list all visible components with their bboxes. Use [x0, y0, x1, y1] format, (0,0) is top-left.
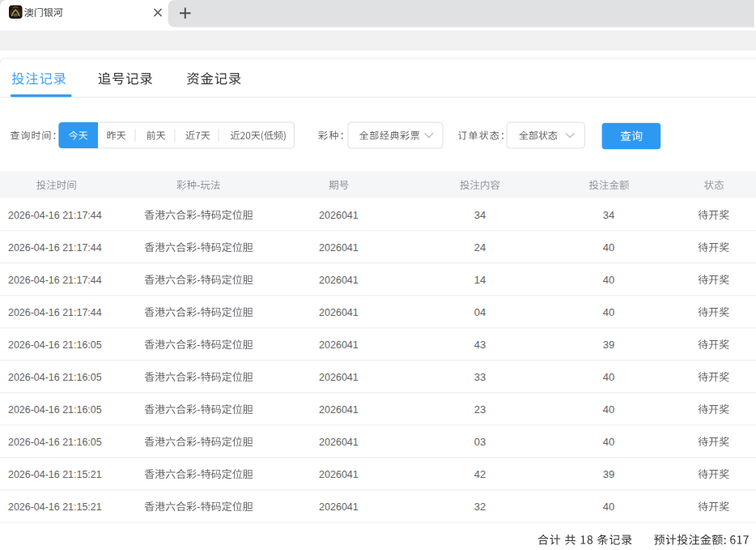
svg-text:40: 40: [603, 403, 614, 416]
svg-text:40: 40: [603, 274, 614, 286]
svg-text:39: 39: [603, 468, 614, 480]
svg-text:2026-04-16 21:16:05: 2026-04-16 21:16:05: [8, 436, 102, 448]
svg-text:14: 14: [474, 274, 486, 286]
svg-text:2026-04-16 21:16:05: 2026-04-16 21:16:05: [8, 339, 102, 351]
svg-text:2026041: 2026041: [319, 371, 359, 383]
svg-text:04: 04: [474, 306, 486, 318]
svg-text:39: 39: [603, 339, 614, 351]
svg-text:43: 43: [474, 339, 486, 351]
svg-text:2026041: 2026041: [319, 339, 359, 351]
svg-text:23: 23: [474, 403, 486, 416]
svg-text:2026041: 2026041: [319, 403, 359, 416]
svg-text:2026-04-16 21:17:44: 2026-04-16 21:17:44: [8, 274, 102, 286]
svg-text:40: 40: [603, 241, 614, 254]
svg-text:2026041: 2026041: [319, 436, 359, 448]
svg-text:03: 03: [474, 436, 486, 448]
svg-text:2026041: 2026041: [319, 274, 359, 286]
svg-text:2026-04-16 21:15:21: 2026-04-16 21:15:21: [8, 501, 102, 513]
svg-text:40: 40: [603, 501, 614, 513]
svg-text:34: 34: [474, 209, 486, 221]
svg-text:24: 24: [474, 241, 486, 254]
svg-text:2026-04-16 21:15:21: 2026-04-16 21:15:21: [8, 468, 102, 480]
svg-text:2026-04-16 21:17:44: 2026-04-16 21:17:44: [8, 306, 102, 318]
svg-text:33: 33: [474, 371, 486, 383]
svg-text:34: 34: [603, 209, 614, 221]
svg-text:42: 42: [474, 468, 486, 480]
svg-text:40: 40: [603, 436, 614, 448]
svg-text:2026-04-16 21:16:05: 2026-04-16 21:16:05: [8, 403, 102, 416]
svg-text:2026041: 2026041: [319, 241, 359, 254]
svg-text:2026041: 2026041: [319, 209, 359, 221]
svg-text:2026041: 2026041: [319, 306, 359, 318]
svg-text:2026041: 2026041: [319, 468, 359, 480]
svg-text:40: 40: [603, 371, 614, 383]
svg-text:40: 40: [603, 306, 614, 318]
svg-text:2026-04-16 21:17:44: 2026-04-16 21:17:44: [8, 241, 102, 254]
svg-text:2026-04-16 21:17:44: 2026-04-16 21:17:44: [8, 209, 102, 221]
svg-text:2026-04-16 21:16:05: 2026-04-16 21:16:05: [8, 371, 102, 383]
svg-text:32: 32: [474, 501, 486, 513]
svg-text:2026041: 2026041: [319, 501, 359, 513]
